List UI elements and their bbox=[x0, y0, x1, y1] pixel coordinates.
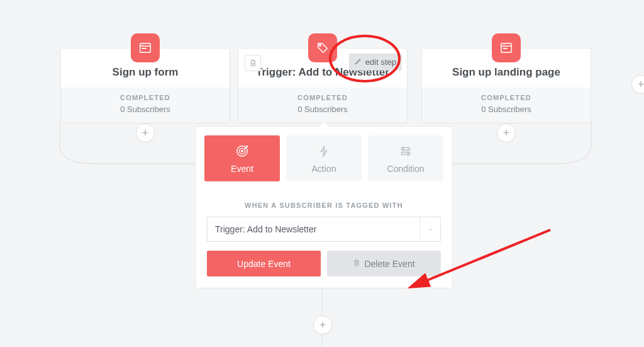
subscribers-count: 0 Subscribers bbox=[243, 105, 402, 114]
edit-step-label: edit step bbox=[365, 57, 396, 67]
step-card-signup-form[interactable]: Sign up form COMPLETED 0 Subscribers bbox=[60, 48, 230, 123]
step-card-landing-page[interactable]: Sign up landing page COMPLETED 0 Subscri… bbox=[421, 48, 591, 123]
update-event-button[interactable]: Update Event bbox=[207, 251, 321, 276]
button-label: Update Event bbox=[237, 259, 291, 269]
svg-point-13 bbox=[503, 44, 504, 45]
add-step-button[interactable]: + bbox=[497, 123, 516, 142]
button-label: Delete Event bbox=[364, 259, 414, 269]
tag-select-value[interactable]: Trigger: Add to Newsletter bbox=[207, 217, 441, 242]
subscribers-count: 0 Subscribers bbox=[66, 105, 225, 114]
edit-step-button[interactable]: edit step bbox=[349, 54, 402, 71]
section-label: WHEN A SUBSCRIBER IS TAGGED WITH bbox=[207, 202, 441, 209]
tag-select[interactable]: Trigger: Add to Newsletter bbox=[207, 217, 441, 242]
add-step-button[interactable]: + bbox=[136, 123, 155, 142]
svg-rect-7 bbox=[142, 48, 147, 49]
subscribers-count: 0 Subscribers bbox=[427, 105, 586, 114]
page-icon bbox=[492, 33, 521, 62]
svg-point-6 bbox=[143, 44, 144, 45]
status-completed: COMPLETED bbox=[427, 94, 586, 101]
svg-point-14 bbox=[504, 44, 505, 45]
status-completed: COMPLETED bbox=[243, 94, 402, 101]
condition-icon bbox=[372, 144, 440, 160]
file-icon bbox=[245, 55, 261, 71]
panel-arrow bbox=[319, 122, 329, 127]
svg-rect-20 bbox=[402, 152, 410, 155]
page-icon bbox=[131, 33, 160, 62]
add-step-button[interactable]: + bbox=[313, 316, 332, 334]
add-step-button[interactable]: + bbox=[631, 75, 644, 94]
tab-label: Action bbox=[312, 164, 336, 174]
tag-icon bbox=[308, 33, 337, 62]
tab-event[interactable]: Event bbox=[204, 135, 280, 181]
tab-action[interactable]: Action bbox=[286, 135, 362, 181]
svg-rect-19 bbox=[402, 148, 410, 151]
tab-label: Condition bbox=[387, 164, 424, 174]
bolt-icon bbox=[290, 144, 358, 160]
svg-point-8 bbox=[319, 45, 321, 47]
delete-event-button[interactable]: Delete Event bbox=[327, 251, 441, 276]
status-completed: COMPLETED bbox=[66, 94, 225, 101]
trash-icon bbox=[353, 258, 360, 269]
tab-label: Event bbox=[231, 164, 253, 174]
svg-point-18 bbox=[242, 151, 243, 152]
target-icon bbox=[208, 144, 276, 160]
svg-rect-15 bbox=[503, 48, 508, 49]
pencil-icon bbox=[355, 57, 362, 67]
svg-point-5 bbox=[142, 44, 143, 45]
step-editor-panel: Event Action bbox=[195, 126, 453, 288]
chevron-down-icon[interactable] bbox=[419, 217, 441, 242]
tab-condition[interactable]: Condition bbox=[368, 135, 443, 181]
step-card-trigger[interactable]: edit step Trigger: Add to Newsletter COM… bbox=[238, 48, 408, 123]
